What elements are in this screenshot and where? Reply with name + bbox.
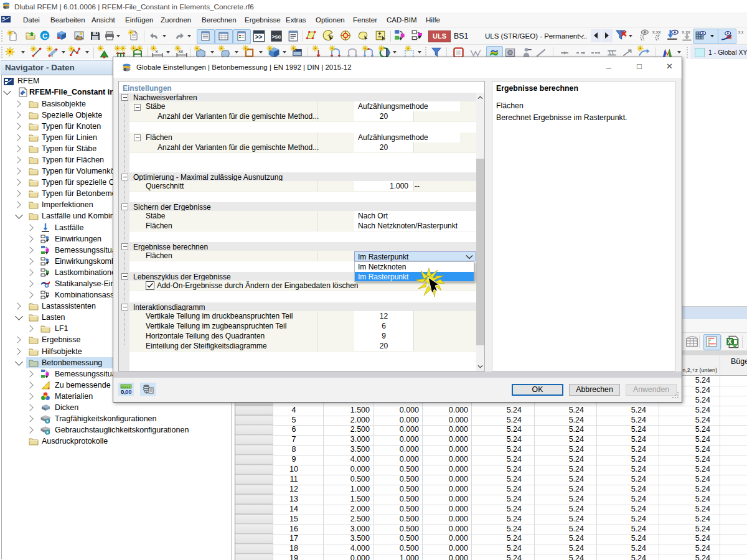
svg-text:>>: >> [255,34,263,40]
svg-text:6: 6 [124,67,126,72]
svg-text:>sc: >sc [272,34,281,40]
svg-text:00: 00 [125,388,132,394]
svg-text:x.xx: x.xx [652,29,661,35]
svg-text:x.xx: x.xx [682,29,690,35]
